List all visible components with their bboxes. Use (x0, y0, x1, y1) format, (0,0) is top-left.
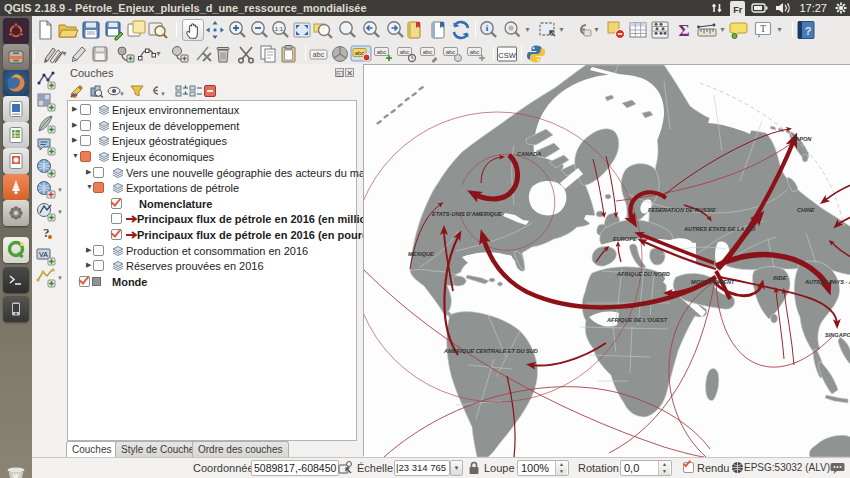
svg-text:AUTRES ETATS DE LA CEI: AUTRES ETATS DE LA CEI (683, 226, 756, 232)
svg-text:AUTRES PAYS - ASIE: AUTRES PAYS - ASIE (804, 279, 850, 285)
svg-text:Σ: Σ (678, 21, 689, 40)
svg-text:FEDERATION DE RUSSIE: FEDERATION DE RUSSIE (648, 207, 716, 213)
svg-text:?: ? (805, 25, 812, 37)
svg-text:abc: abc (446, 49, 456, 55)
svg-text:INDE: INDE (773, 275, 787, 281)
svg-text:1:1: 1:1 (275, 26, 284, 32)
svg-text:abc: abc (355, 50, 365, 56)
svg-text:abc: abc (313, 51, 325, 58)
svg-text:SINGAPOUR: SINGAPOUR (825, 332, 850, 338)
svg-text:AFRIQUE DE L'OUEST: AFRIQUE DE L'OUEST (606, 317, 668, 323)
svg-text:abc: abc (400, 49, 410, 55)
svg-text:CSW: CSW (498, 51, 516, 60)
svg-text:JAPON: JAPON (792, 136, 812, 142)
svg-text:abc: abc (377, 49, 387, 55)
svg-text:ETATS-UNIS D'AMERIQUE: ETATS-UNIS D'AMERIQUE (432, 211, 502, 217)
svg-text:T: T (760, 23, 766, 34)
svg-text:AFRIQUE DU NORD: AFRIQUE DU NORD (616, 271, 670, 277)
svg-text:MOYEN-ORIENT: MOYEN-ORIENT (691, 279, 735, 285)
svg-text:CHINE: CHINE (797, 207, 815, 213)
svg-text:abc: abc (470, 49, 480, 55)
svg-text:CANADA: CANADA (517, 151, 541, 157)
svg-text:abc: abc (423, 49, 433, 55)
svg-text:AMERIQUE CENTRALE ET DU SUD: AMERIQUE CENTRALE ET DU SUD (443, 348, 538, 354)
svg-text:EUROPE: EUROPE (613, 236, 637, 242)
svg-text:MEXIQUE: MEXIQUE (408, 251, 434, 257)
svg-text:VA: VA (39, 251, 48, 258)
